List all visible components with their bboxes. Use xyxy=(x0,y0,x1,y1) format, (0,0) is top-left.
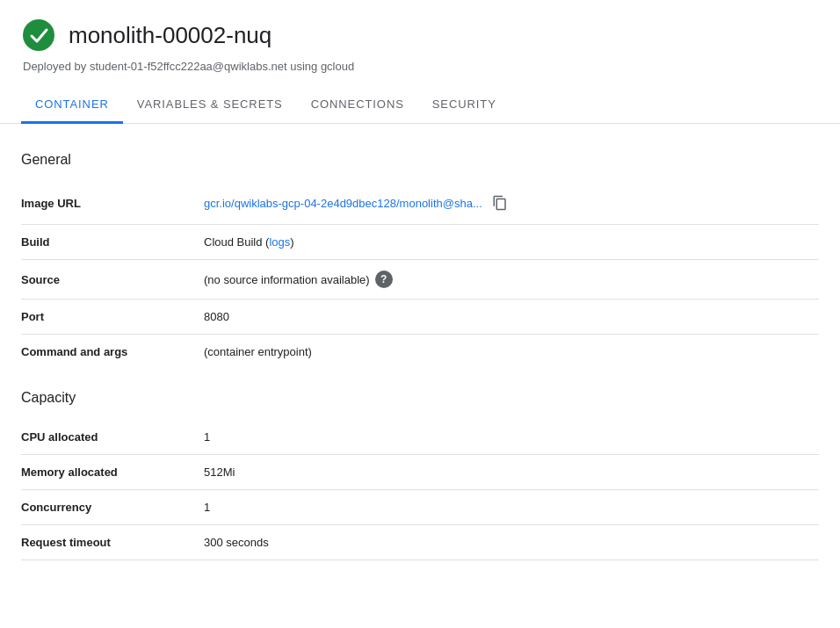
tab-bar: CONTAINER VARIABLES & SECRETS CONNECTION… xyxy=(0,87,840,124)
deploy-subtitle: Deployed by student-01-f52ffcc222aa@qwik… xyxy=(23,60,819,73)
concurrency-value: 1 xyxy=(197,490,819,525)
source-label: Source xyxy=(21,260,197,300)
build-prefix: Cloud Build ( xyxy=(204,235,269,249)
capacity-section-title: Capacity xyxy=(21,390,819,406)
general-section-title: General xyxy=(21,152,819,168)
command-value: (container entrypoint) xyxy=(197,335,819,370)
tab-variables-secrets[interactable]: VARIABLES & SECRETS xyxy=(123,87,297,124)
table-row: Concurrency 1 xyxy=(21,490,819,525)
svg-point-0 xyxy=(23,19,54,51)
table-row: Command and args (container entrypoint) xyxy=(21,335,819,370)
table-row: Build Cloud Build (logs) xyxy=(21,225,819,260)
build-suffix: ) xyxy=(290,235,293,249)
port-label: Port xyxy=(21,300,197,335)
cpu-value: 1 xyxy=(197,420,819,455)
page-title: monolith-00002-nuq xyxy=(69,22,272,49)
cpu-label: CPU allocated xyxy=(21,420,197,455)
memory-label: Memory allocated xyxy=(21,455,197,490)
tab-container[interactable]: CONTAINER xyxy=(21,87,123,124)
source-value: (no source information available) xyxy=(204,273,370,286)
general-section: General Image URL gcr.io/qwiklabs-gcp-04… xyxy=(21,152,819,369)
image-url-cell: gcr.io/qwiklabs-gcp-04-2e4d9dbec128/mono… xyxy=(197,182,819,225)
source-cell: (no source information available) ? xyxy=(197,260,819,300)
concurrency-label: Concurrency xyxy=(21,490,197,525)
memory-value: 512Mi xyxy=(197,455,819,490)
command-label: Command and args xyxy=(21,335,197,370)
copy-icon[interactable] xyxy=(489,192,511,213)
table-row: Request timeout 300 seconds xyxy=(21,525,819,560)
main-content: General Image URL gcr.io/qwiklabs-gcp-04… xyxy=(0,124,840,560)
build-cell: Cloud Build (logs) xyxy=(197,225,819,260)
general-table: Image URL gcr.io/qwiklabs-gcp-04-2e4d9db… xyxy=(21,182,819,369)
tab-connections[interactable]: CONNECTIONS xyxy=(297,87,418,124)
header: monolith-00002-nuq Deployed by student-0… xyxy=(0,0,840,80)
build-logs-link[interactable]: logs xyxy=(269,235,290,249)
image-url-label: Image URL xyxy=(21,182,197,225)
table-row: Image URL gcr.io/qwiklabs-gcp-04-2e4d9db… xyxy=(21,182,819,225)
help-icon[interactable]: ? xyxy=(375,271,393,288)
success-check-icon xyxy=(21,18,56,53)
request-timeout-label: Request timeout xyxy=(21,525,197,560)
image-url-link[interactable]: gcr.io/qwiklabs-gcp-04-2e4d9dbec128/mono… xyxy=(204,197,482,210)
table-row: CPU allocated 1 xyxy=(21,420,819,455)
build-label: Build xyxy=(21,225,197,260)
table-row: Memory allocated 512Mi xyxy=(21,455,819,490)
capacity-section: Capacity CPU allocated 1 Memory allocate… xyxy=(21,390,819,560)
title-row: monolith-00002-nuq xyxy=(21,18,819,53)
tab-security[interactable]: SECURITY xyxy=(418,87,511,124)
table-row: Port 8080 xyxy=(21,300,819,335)
request-timeout-value: 300 seconds xyxy=(197,525,819,560)
capacity-table: CPU allocated 1 Memory allocated 512Mi C… xyxy=(21,420,819,560)
table-row: Source (no source information available)… xyxy=(21,260,819,300)
port-value: 8080 xyxy=(197,300,819,335)
